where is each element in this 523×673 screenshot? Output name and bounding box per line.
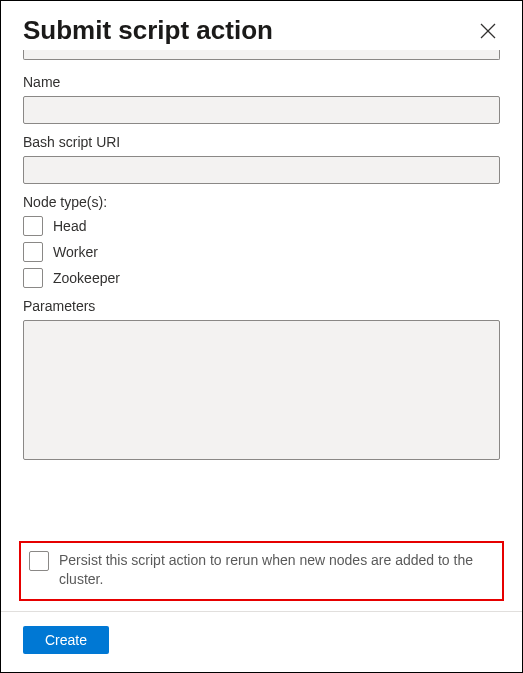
node-types-label: Node type(s): [23,194,500,210]
panel-header: Submit script action [1,1,522,50]
node-type-zookeeper-label: Zookeeper [53,270,120,286]
persist-checkbox[interactable] [29,551,49,571]
parameters-input[interactable] [23,320,500,460]
close-button[interactable] [476,19,500,43]
form-scroll-area[interactable]: Name Bash script URI Node type(s): Head … [1,50,522,533]
submit-script-action-panel: Submit script action Name Bash script UR… [0,0,523,673]
persist-row: Persist this script action to rerun when… [29,551,496,589]
name-input[interactable] [23,96,500,124]
node-type-head-checkbox[interactable] [23,216,43,236]
node-type-worker-label: Worker [53,244,98,260]
close-icon [480,27,496,42]
partial-field-above [23,50,500,60]
persist-label: Persist this script action to rerun when… [59,551,496,589]
panel-footer: Create [1,611,522,672]
node-type-head-label: Head [53,218,86,234]
script-uri-input[interactable] [23,156,500,184]
node-type-worker-checkbox[interactable] [23,242,43,262]
parameters-label: Parameters [23,298,500,314]
node-type-zookeeper-checkbox[interactable] [23,268,43,288]
name-label: Name [23,74,500,90]
persist-highlight-section: Persist this script action to rerun when… [19,541,504,601]
node-type-worker-row: Worker [23,242,500,262]
node-type-head-row: Head [23,216,500,236]
panel-title: Submit script action [23,15,273,46]
create-button[interactable]: Create [23,626,109,654]
node-type-zookeeper-row: Zookeeper [23,268,500,288]
script-uri-label: Bash script URI [23,134,500,150]
